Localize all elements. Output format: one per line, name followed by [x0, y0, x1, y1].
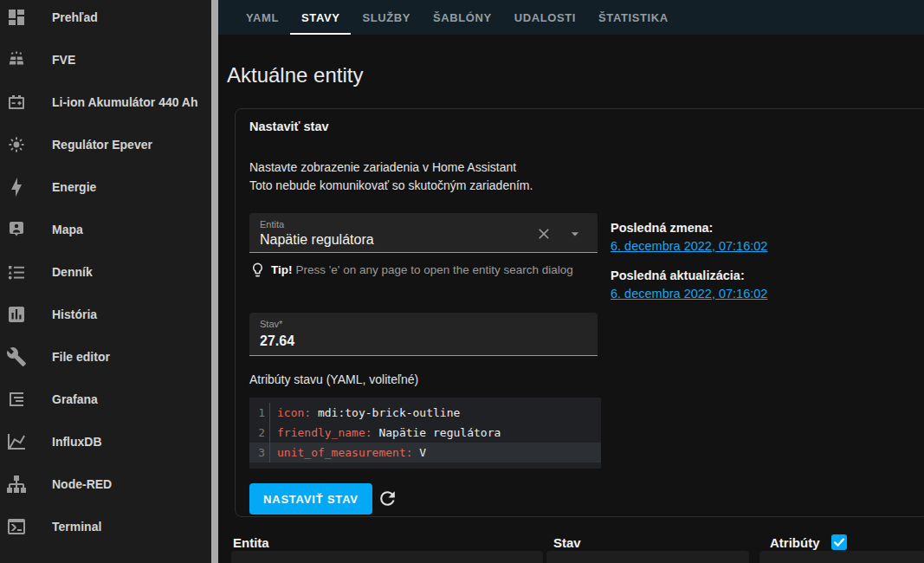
- tab-udalosti[interactable]: UDALOSTI: [503, 0, 587, 35]
- clear-icon[interactable]: [535, 225, 552, 243]
- tab-stavy[interactable]: STAVY: [290, 0, 351, 35]
- dashboard-icon: [6, 7, 27, 28]
- card-description-line1: Nastavte zobrazenie zariadenia v Home As…: [249, 159, 533, 177]
- entity-tip: Tip! Press 'e' on any page to open the e…: [249, 262, 573, 278]
- tab-sablony[interactable]: ŠABLÓNY: [422, 0, 503, 35]
- tab-statistika[interactable]: ŠTATISTIKA: [587, 0, 680, 35]
- sidebar-item-label: Terminal: [52, 520, 101, 534]
- sidebar-item-partial[interactable]: [0, 547, 218, 558]
- sidebar-item-label: InfluxDB: [52, 435, 102, 449]
- car-battery-icon: [6, 92, 27, 113]
- sidebar-item-prehlad[interactable]: Prehľad: [0, 0, 218, 38]
- sidebar-item-terminal[interactable]: Terminal: [0, 505, 218, 547]
- tip-text: Press 'e' on any page to open the entity…: [296, 263, 573, 276]
- last-changed-label: Posledná zmena:: [611, 219, 767, 236]
- state-field[interactable]: Stav* 27.64: [249, 313, 598, 356]
- line-number: 2: [249, 423, 270, 443]
- sidebar-item-label: Mapa: [52, 223, 83, 236]
- main-area: YAML STAVY SLUŽBY ŠABLÓNY UDALOSTI ŠTATI…: [218, 0, 924, 563]
- sidebar-item-label: File editor: [52, 350, 110, 364]
- set-state-card: Nastaviť stav Nastavte zobrazenie zariad…: [235, 108, 924, 517]
- card-title: Nastaviť stav: [249, 120, 329, 133]
- entity-field-value: Napätie regulátora: [260, 232, 374, 248]
- sidebar-item-label: Node-RED: [52, 477, 112, 491]
- sidebar-item-label: Energie: [52, 180, 96, 194]
- yaml-value: Napätie regulátora: [372, 423, 501, 443]
- attributes-filter-input[interactable]: [759, 551, 924, 563]
- sidebar-item-mapa[interactable]: Mapa: [0, 208, 218, 250]
- sidebar-item-akumulator[interactable]: Li-ion Akumulátor 440 Ah: [0, 81, 218, 123]
- grafana-icon: [6, 389, 27, 410]
- card-description: Nastavte zobrazenie zariadenia v Home As…: [249, 159, 533, 195]
- sidebar-item-label: Prehľad: [52, 10, 98, 24]
- sidebar-item-influxdb[interactable]: InfluxDB: [0, 420, 218, 463]
- yaml-value: V: [413, 443, 427, 463]
- tab-sluzby[interactable]: SLUŽBY: [351, 0, 422, 35]
- column-header-state: Stav: [553, 535, 581, 550]
- sidebar-item-energie[interactable]: Energie: [0, 165, 218, 208]
- entity-field[interactable]: Entita Napätie regulátora: [249, 213, 598, 253]
- last-changed-group: Posledná zmena: 6. decembra 2022, 07:16:…: [611, 219, 767, 256]
- sidebar-item-regulator[interactable]: Regulátor Epever: [0, 123, 218, 165]
- sidebar: Prehľad FVE: [0, 0, 218, 563]
- attributes-label: Atribúty stavu (YAML, voliteľné): [249, 372, 418, 386]
- sun-icon: [6, 134, 27, 155]
- lightning-bolt-icon: [6, 177, 27, 197]
- sidebar-item-label: História: [52, 307, 97, 321]
- account-map-icon: [6, 219, 27, 240]
- sidebar-item-label: Grafana: [52, 392, 98, 406]
- entity-field-label: Entita: [260, 219, 284, 230]
- entity-filter-input[interactable]: [231, 551, 543, 563]
- partial-icon: [6, 552, 27, 558]
- app-window: Prehľad FVE: [0, 0, 924, 563]
- card-description-line2: Toto nebude komunikovať so skutočným zar…: [249, 177, 533, 195]
- last-updated-group: Posledná aktualizácia: 6. decembra 2022,…: [611, 267, 767, 303]
- column-header-attributes: Atribúty: [770, 535, 820, 550]
- yaml-key: friendly_name:: [277, 423, 372, 443]
- sidebar-item-fve[interactable]: FVE: [0, 38, 218, 81]
- sidebar-item-dennik[interactable]: Denník: [0, 250, 218, 293]
- state-field-label: Stav*: [260, 319, 282, 329]
- chart-box-icon: [6, 304, 27, 325]
- sidebar-item-grafana[interactable]: Grafana: [0, 378, 218, 420]
- chart-line-icon: [6, 431, 27, 452]
- refresh-icon[interactable]: [377, 488, 398, 509]
- chevron-down-icon[interactable]: [566, 225, 584, 243]
- last-updated-link[interactable]: 6. decembra 2022, 07:16:02: [611, 284, 767, 303]
- tip-bold-text: Tip!: [271, 263, 293, 276]
- tab-yaml[interactable]: YAML: [235, 0, 290, 35]
- sidebar-item-historia[interactable]: História: [0, 293, 218, 335]
- line-number: 3: [249, 443, 270, 463]
- console-icon: [6, 516, 27, 537]
- last-changed-link[interactable]: 6. decembra 2022, 07:16:02: [611, 236, 767, 256]
- line-number: 1: [249, 403, 270, 423]
- yaml-value: mdi:toy-brick-outline: [311, 403, 460, 423]
- last-updated-label: Posledná aktualizácia:: [611, 267, 767, 284]
- state-field-value: 27.64: [260, 333, 294, 349]
- yaml-key: icon:: [277, 403, 311, 423]
- tab-bar: YAML STAVY SLUŽBY ŠABLÓNY UDALOSTI ŠTATI…: [218, 0, 924, 35]
- sidebar-item-label: Denník: [52, 265, 93, 279]
- yaml-editor[interactable]: 1 icon: mdi:toy-brick-outline 2 friendly…: [249, 398, 601, 469]
- sidebar-scrollbar[interactable]: [211, 0, 218, 563]
- column-header-entity: Entita: [233, 535, 269, 550]
- sidebar-item-label: Li-ion Akumulátor 440 Ah: [52, 95, 198, 109]
- sidebar-item-file-editor[interactable]: File editor: [0, 335, 218, 378]
- page-content: Aktuálne entity Nastaviť stav Nastavte z…: [218, 35, 924, 563]
- solar-panel-icon: [6, 49, 27, 70]
- yaml-key: unit_of_measurement:: [277, 443, 413, 463]
- set-state-button[interactable]: NASTAVIŤ STAV: [249, 483, 372, 514]
- sidebar-item-label: Regulátor Epever: [52, 138, 152, 152]
- yaml-line-active: 3 unit_of_measurement: V: [249, 443, 601, 463]
- page-title: Aktuálne entity: [227, 63, 363, 87]
- sidebar-item-nodered[interactable]: Node-RED: [0, 463, 218, 505]
- lightbulb-icon: [249, 262, 266, 278]
- sitemap-icon: [6, 474, 27, 495]
- yaml-line: 2 friendly_name: Napätie regulátora: [249, 423, 601, 443]
- yaml-line: 1 icon: mdi:toy-brick-outline: [249, 403, 601, 423]
- wrench-icon: [6, 346, 27, 367]
- attributes-checkbox[interactable]: [831, 534, 847, 550]
- state-filter-input[interactable]: [546, 551, 749, 563]
- sidebar-menu: Prehľad FVE: [0, 0, 218, 558]
- timestamps-column: Posledná zmena: 6. decembra 2022, 07:16:…: [611, 219, 767, 303]
